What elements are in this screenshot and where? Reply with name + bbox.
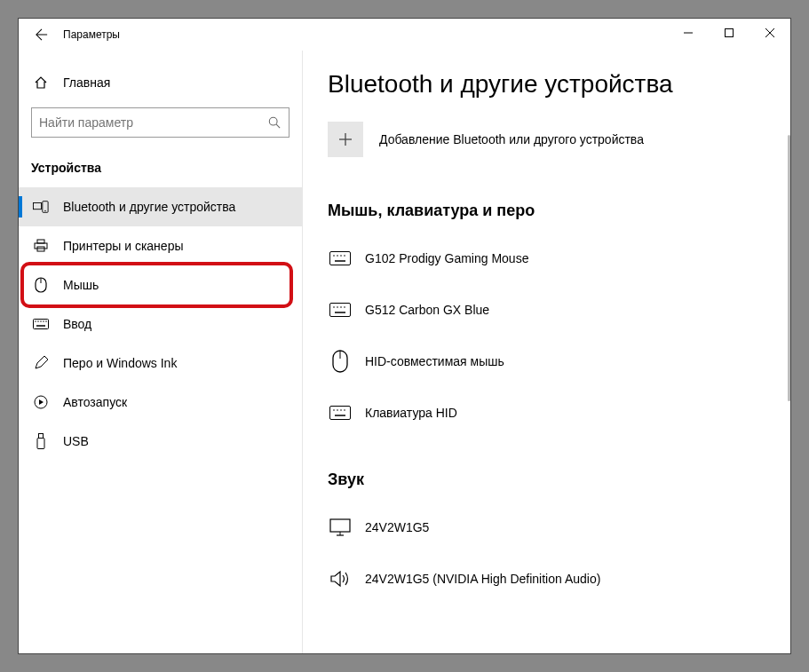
keyboard-icon [328,400,353,425]
device-label: G512 Carbon GX Blue [365,303,489,317]
svg-point-41 [333,409,335,411]
sidebar-item-label: Принтеры и сканеры [63,239,183,253]
sidebar-item-typing[interactable]: Ввод [19,304,302,344]
plus-icon [328,122,363,157]
device-row[interactable]: 24V2W1G5 [328,502,758,553]
sidebar-home[interactable]: Главная [19,68,302,97]
sidebar-item-label: Ввод [63,317,91,331]
device-row[interactable]: HID-совместимая мышь [328,336,758,387]
sidebar-item-usb[interactable]: USB [19,422,302,461]
settings-window: Параметры Главная [18,18,791,654]
mouse-icon [31,277,51,293]
sidebar: Главная Устройства Bluetooth и другие ус… [19,51,303,653]
svg-point-8 [44,210,45,211]
keyboard-icon [31,319,51,329]
back-arrow-icon [36,28,48,41]
svg-rect-6 [33,203,41,210]
sidebar-item-printers[interactable]: Принтеры и сканеры [19,226,302,265]
home-icon [31,75,51,90]
add-device-button[interactable]: Добавление Bluetooth или другого устройс… [328,122,758,157]
svg-rect-10 [35,243,47,249]
close-icon [765,28,774,37]
svg-rect-23 [37,439,44,449]
svg-rect-14 [34,320,49,329]
autoplay-icon [31,395,51,409]
svg-point-34 [337,306,338,308]
speaker-icon [328,566,353,591]
svg-point-27 [333,255,335,257]
svg-rect-26 [330,252,351,265]
svg-point-28 [337,255,338,257]
device-row[interactable]: Клавиатура HID [328,387,758,439]
back-button[interactable] [29,22,54,47]
svg-rect-46 [330,519,350,532]
device-label: G102 Prodigy Gaming Mouse [365,251,528,265]
search-icon [266,116,283,129]
group-title: Звук [328,470,758,489]
svg-point-44 [344,409,345,411]
titlebar: Параметры [19,19,790,51]
usb-icon [31,433,51,449]
sidebar-item-mouse[interactable]: Мышь [19,265,302,304]
mouse-icon [328,349,353,374]
sidebar-item-autoplay[interactable]: Автозапуск [19,383,302,422]
sidebar-item-label: Bluetooth и другие устройства [63,200,235,214]
svg-point-33 [333,306,335,308]
sidebar-item-pen[interactable]: Перо и Windows Ink [19,344,302,383]
sidebar-item-bluetooth[interactable]: Bluetooth и другие устройства [19,187,302,226]
search-input[interactable] [39,115,266,130]
sidebar-home-label: Главная [63,75,110,90]
svg-rect-1 [726,29,734,37]
annotation-highlight [20,262,293,308]
scrollbar-track[interactable] [788,51,790,653]
device-label: 24V2W1G5 (NVIDIA High Definition Audio) [365,572,600,586]
svg-point-43 [340,409,342,411]
device-label: Клавиатура HID [365,406,457,420]
svg-point-30 [344,255,345,257]
device-row[interactable]: 24V2W1G5 (NVIDIA High Definition Audio) [328,553,758,605]
page-title: Bluetooth и другие устройства [328,70,758,99]
svg-line-5 [276,124,280,128]
svg-rect-22 [39,434,44,439]
svg-rect-32 [330,304,351,317]
pen-icon [31,356,51,370]
add-device-label: Добавление Bluetooth или другого устройс… [379,132,644,146]
svg-rect-9 [37,240,44,243]
keyboard-icon [328,297,353,322]
svg-point-42 [337,409,338,411]
close-button[interactable] [750,19,790,47]
sidebar-item-label: Автозапуск [63,395,127,409]
device-row[interactable]: G102 Prodigy Gaming Mouse [328,233,758,284]
body-area: Главная Устройства Bluetooth и другие ус… [19,51,790,653]
device-label: 24V2W1G5 [365,520,429,534]
svg-point-4 [269,117,277,125]
group-title: Мышь, клавиатура и перо [328,202,758,220]
svg-point-35 [340,306,342,308]
sidebar-section-title: Устройства [31,161,302,175]
devices-icon [31,200,51,214]
monitor-icon [328,515,353,540]
device-row[interactable]: G512 Carbon GX Blue [328,284,758,336]
keyboard-icon [328,246,353,271]
content-pane: Bluetooth и другие устройства Добавление… [303,51,790,653]
sidebar-item-label: USB [63,434,89,448]
minimize-button[interactable] [668,19,709,47]
app-title: Параметры [63,28,120,41]
maximize-icon [725,28,734,37]
window-controls [668,19,790,47]
minimize-icon [684,28,693,37]
device-label: HID-совместимая мышь [365,354,504,368]
svg-point-29 [340,255,342,257]
maximize-button[interactable] [709,19,750,47]
printer-icon [31,239,51,253]
scrollbar-thumb[interactable] [788,135,790,401]
search-box[interactable] [31,107,289,138]
svg-point-36 [344,306,345,308]
sidebar-item-label: Перо и Windows Ink [63,356,177,370]
sidebar-item-label: Мышь [63,278,99,292]
svg-rect-40 [330,407,351,420]
